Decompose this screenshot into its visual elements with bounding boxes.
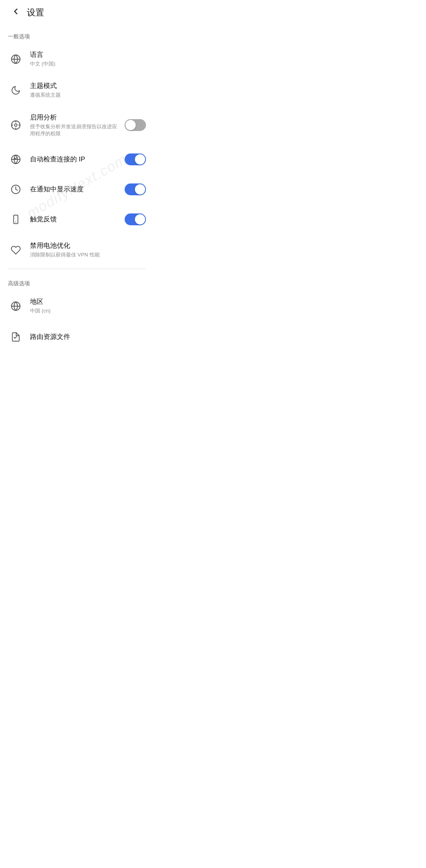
language-title: 语言 <box>30 51 146 59</box>
routing-resources-icon <box>8 329 24 345</box>
show-speed-content: 在通知中显示速度 <box>30 185 120 194</box>
battery-opt-subtitle: 消除限制以获得最佳 VPN 性能 <box>30 251 146 258</box>
region-subtitle: 中国 (cn) <box>30 307 146 314</box>
routing-resources-item[interactable]: 路由资源文件 <box>0 322 154 352</box>
analytics-icon <box>8 117 24 133</box>
auto-check-ip-icon <box>8 152 24 167</box>
theme-icon <box>8 82 24 98</box>
auto-check-ip-item[interactable]: 自动检查连接的 IP <box>0 144 154 174</box>
battery-opt-item[interactable]: 禁用电池优化 消除限制以获得最佳 VPN 性能 <box>0 234 154 266</box>
analytics-item[interactable]: 启用分析 授予收集分析并发送崩溃报告以改进应用程序的权限 <box>0 106 154 144</box>
back-icon <box>11 7 21 19</box>
show-speed-title: 在通知中显示速度 <box>30 185 120 194</box>
region-icon <box>8 298 24 314</box>
battery-opt-content: 禁用电池优化 消除限制以获得最佳 VPN 性能 <box>30 241 146 258</box>
analytics-content: 启用分析 授予收集分析并发送崩溃报告以改进应用程序的权限 <box>30 113 120 137</box>
show-speed-toggle-container <box>125 183 146 195</box>
haptic-item[interactable]: 触觉反馈 <box>0 204 154 234</box>
theme-item[interactable]: 主题模式 遵循系统主题 <box>0 75 154 106</box>
language-item[interactable]: 语言 中文 (中国) <box>0 43 154 75</box>
haptic-toggle[interactable] <box>125 213 146 225</box>
region-item[interactable]: 地区 中国 (cn) <box>0 290 154 322</box>
auto-check-ip-toggle-container <box>125 153 146 165</box>
haptic-title: 触觉反馈 <box>30 215 120 224</box>
section-divider <box>8 269 146 269</box>
haptic-toggle-knob <box>135 214 145 224</box>
haptic-toggle-container <box>125 213 146 225</box>
theme-subtitle: 遵循系统主题 <box>30 92 146 99</box>
page-title: 设置 <box>27 7 44 19</box>
language-icon <box>8 51 24 67</box>
auto-check-ip-title: 自动检查连接的 IP <box>30 155 120 164</box>
haptic-content: 触觉反馈 <box>30 215 120 224</box>
show-speed-icon <box>8 181 24 197</box>
back-button[interactable] <box>8 5 24 21</box>
routing-resources-content: 路由资源文件 <box>30 333 146 341</box>
general-section-label: 一般选项 <box>0 25 154 43</box>
analytics-toggle-container <box>125 119 146 131</box>
region-title: 地区 <box>30 297 146 306</box>
show-speed-item[interactable]: 在通知中显示速度 <box>0 174 154 204</box>
theme-title: 主题模式 <box>30 82 146 90</box>
show-speed-toggle-knob <box>135 184 145 195</box>
svg-point-0 <box>15 124 17 127</box>
haptic-icon <box>8 211 24 227</box>
auto-check-ip-toggle-knob <box>135 154 145 165</box>
show-speed-toggle[interactable] <box>125 183 146 195</box>
auto-check-ip-toggle[interactable] <box>125 153 146 165</box>
language-subtitle: 中文 (中国) <box>30 60 146 67</box>
analytics-toggle-knob <box>125 120 136 130</box>
theme-content: 主题模式 遵循系统主题 <box>30 82 146 99</box>
header: 设置 <box>0 0 154 25</box>
advanced-section-label: 高级选项 <box>0 272 154 290</box>
language-content: 语言 中文 (中国) <box>30 51 146 67</box>
region-content: 地区 中国 (cn) <box>30 297 146 314</box>
analytics-title: 启用分析 <box>30 113 120 122</box>
battery-opt-title: 禁用电池优化 <box>30 241 146 250</box>
auto-check-ip-content: 自动检查连接的 IP <box>30 155 120 164</box>
battery-opt-icon <box>8 242 24 258</box>
svg-rect-4 <box>14 215 18 224</box>
analytics-subtitle: 授予收集分析并发送崩溃报告以改进应用程序的权限 <box>30 123 120 137</box>
routing-resources-title: 路由资源文件 <box>30 333 146 341</box>
analytics-toggle[interactable] <box>125 119 146 131</box>
